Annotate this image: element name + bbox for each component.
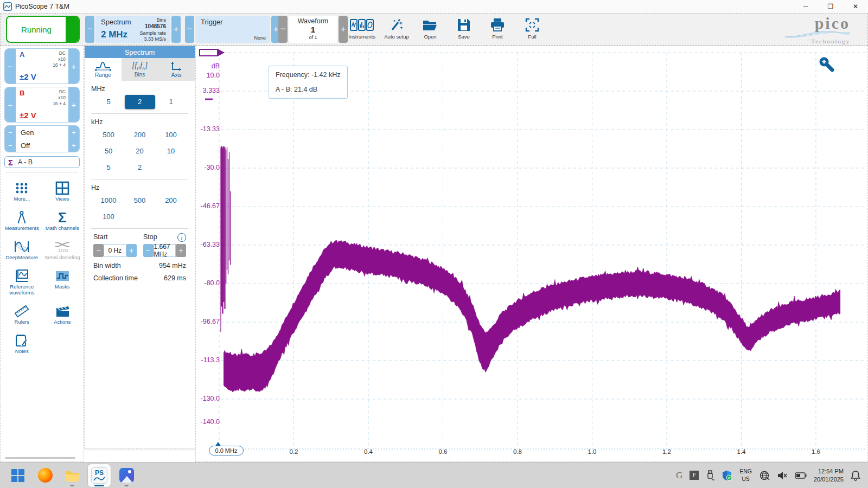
auto-setup-button[interactable]: Auto setup bbox=[380, 17, 413, 43]
language-switcher[interactable]: ENG US bbox=[739, 468, 752, 482]
picoscope-taskbar-icon[interactable]: PS bbox=[88, 464, 111, 487]
channel-b-info[interactable]: B DC x10 16 + 4 ±2 V bbox=[16, 87, 68, 122]
close-button[interactable]: ✕ bbox=[843, 0, 868, 13]
network-globe-icon[interactable] bbox=[759, 470, 770, 481]
generator-decrease-button[interactable]: − bbox=[5, 126, 16, 139]
range-2khz-button[interactable]: 2 bbox=[125, 160, 155, 175]
stop-frequency-field[interactable]: 1.667 MHz bbox=[154, 244, 176, 257]
volume-muted-icon[interactable] bbox=[777, 471, 788, 480]
x-axis-origin-label[interactable]: 0.0 MHz bbox=[209, 446, 244, 455]
range-5mhz-button[interactable]: 5 bbox=[93, 95, 124, 109]
photos-taskbar-icon[interactable] bbox=[115, 464, 138, 487]
generator-row[interactable]: − Gen + bbox=[5, 126, 79, 139]
channel-a-info[interactable]: A DC x10 16 + 4 ±2 V bbox=[16, 49, 68, 84]
print-button[interactable]: Print bbox=[481, 17, 514, 43]
zoom-magnifier-icon[interactable] bbox=[818, 56, 835, 73]
range-100hz-button[interactable]: 100 bbox=[93, 210, 124, 224]
start-frequency-field[interactable]: 0 Hz bbox=[104, 244, 126, 257]
firefox-taskbar-icon[interactable] bbox=[34, 464, 56, 487]
range-10khz-button[interactable]: 10 bbox=[156, 144, 186, 158]
restore-button[interactable]: ❐ bbox=[818, 0, 843, 13]
usb-tray-icon[interactable] bbox=[706, 470, 714, 481]
tab-bins[interactable]: [fl,fh] Bins bbox=[122, 58, 158, 81]
full-screen-button[interactable]: Full bbox=[516, 17, 548, 43]
info-icon[interactable]: i bbox=[177, 233, 186, 242]
trigger-panel[interactable]: Trigger None bbox=[195, 16, 270, 43]
spectrum-range-increase-button[interactable]: + bbox=[171, 16, 181, 43]
range-1000hz-button[interactable]: 1000 bbox=[93, 194, 124, 208]
range-50khz-button[interactable]: 50 bbox=[93, 144, 124, 158]
tab-range[interactable]: Range bbox=[85, 58, 122, 81]
running-indicator[interactable] bbox=[66, 17, 79, 42]
channel-b-increase-button[interactable]: + bbox=[68, 87, 79, 122]
range-500hz-button[interactable]: 500 bbox=[125, 194, 155, 208]
range-200hz-button[interactable]: 200 bbox=[156, 194, 186, 208]
notification-bell-icon[interactable] bbox=[851, 470, 860, 481]
range-100khz-button[interactable]: 100 bbox=[156, 128, 186, 142]
tab-axis[interactable]: Axis bbox=[158, 58, 195, 81]
instruments-button[interactable]: Instruments bbox=[346, 17, 378, 43]
range-200khz-button[interactable]: 200 bbox=[125, 128, 155, 142]
channel-a-decrease-button[interactable]: − bbox=[5, 49, 16, 84]
range-1mhz-button[interactable]: 1 bbox=[156, 95, 186, 109]
reference-waveforms-button[interactable]: Reference waveforms bbox=[2, 268, 42, 296]
more-button[interactable]: More... bbox=[2, 180, 42, 202]
taskbar-clock[interactable]: 12:54 PM 20/01/2025 bbox=[814, 467, 844, 484]
stop-increase-button[interactable]: + bbox=[176, 244, 186, 257]
measurements-button[interactable]: Measurements bbox=[2, 209, 42, 232]
spectrum-toolbar-group: − Spectrum 2 MHz Bins 1048576 Sample rat… bbox=[85, 16, 181, 43]
rulers-button[interactable]: Rulers bbox=[2, 303, 42, 325]
generator-state-decrease-button[interactable]: − bbox=[5, 139, 16, 152]
generator-state: Off bbox=[16, 139, 68, 152]
windows-security-tray-icon[interactable] bbox=[722, 470, 732, 481]
views-button[interactable]: Views bbox=[42, 180, 83, 202]
tray-icon-g[interactable]: G bbox=[676, 470, 682, 481]
file-explorer-taskbar-icon[interactable] bbox=[61, 464, 84, 487]
minimize-button[interactable]: ─ bbox=[793, 0, 818, 13]
generator-state-increase-button[interactable]: + bbox=[68, 139, 79, 152]
tray-icon-f[interactable]: F bbox=[690, 471, 699, 480]
views-grid-icon bbox=[55, 180, 69, 196]
channel-a-increase-button[interactable]: + bbox=[68, 49, 79, 84]
window-title: PicoScope 7 T&M bbox=[15, 3, 69, 10]
deepmeasure-button[interactable]: DeepMeasure bbox=[2, 239, 42, 261]
math-channels-button[interactable]: Σ Math channels bbox=[42, 209, 83, 232]
save-button[interactable]: Save bbox=[448, 17, 480, 43]
trigger-decrease-button[interactable]: − bbox=[185, 16, 194, 43]
range-5khz-button[interactable]: 5 bbox=[93, 160, 124, 175]
running-button[interactable]: Running bbox=[6, 16, 80, 43]
range-20khz-button[interactable]: 20 bbox=[125, 144, 155, 158]
range-500khz-button[interactable]: 500 bbox=[93, 128, 124, 142]
open-button[interactable]: Open bbox=[414, 17, 446, 43]
start-increase-button[interactable]: + bbox=[126, 244, 137, 257]
actions-button[interactable]: Actions bbox=[42, 303, 83, 325]
date-text: 20/01/2025 bbox=[814, 476, 844, 484]
clapperboard-icon bbox=[55, 303, 70, 319]
spectrum-plot[interactable] bbox=[196, 46, 868, 463]
masks-button[interactable]: Masks bbox=[42, 268, 83, 296]
y-axis-handle-icon[interactable] bbox=[199, 48, 225, 57]
generator-increase-button[interactable]: + bbox=[68, 126, 79, 139]
spectrum-group-label: Spectrum bbox=[101, 18, 131, 26]
notes-button[interactable]: Notes bbox=[2, 332, 42, 355]
spectrum-range-decrease-button[interactable]: − bbox=[85, 16, 94, 43]
spectrum-panel-title: Spectrum bbox=[85, 46, 195, 58]
x-axis-tick-label: 1.2 bbox=[655, 448, 679, 455]
channel-a-panel[interactable]: − A DC x10 16 + 4 ±2 V + bbox=[4, 48, 80, 84]
spectrum-chart[interactable]: dB Frequency: -1.42 kHz A - B: 21.4 dB 0… bbox=[195, 46, 868, 462]
channel-b-meta: DC x10 16 + 4 bbox=[53, 89, 66, 107]
math-channel-a-minus-b[interactable]: Σ A - B bbox=[4, 156, 80, 168]
sidebar-scrollbar[interactable] bbox=[5, 457, 75, 459]
battery-icon[interactable] bbox=[795, 472, 807, 479]
save-icon bbox=[457, 17, 471, 33]
channel-b-decrease-button[interactable]: − bbox=[5, 87, 16, 122]
channel-b-panel[interactable]: − B DC x10 16 + 4 ±2 V + bbox=[4, 87, 80, 123]
range-2mhz-button-selected[interactable]: 2 bbox=[125, 95, 155, 109]
sigma-icon: Σ bbox=[8, 158, 13, 167]
start-button[interactable] bbox=[7, 464, 29, 487]
waveform-previous-button[interactable]: − bbox=[278, 16, 288, 43]
spectrum-range-panel[interactable]: Spectrum 2 MHz Bins 1048576 Sample rate … bbox=[95, 16, 170, 43]
stop-decrease-button[interactable]: − bbox=[143, 244, 154, 257]
generator-state-row[interactable]: − Off + bbox=[5, 139, 79, 152]
start-decrease-button[interactable]: − bbox=[93, 244, 104, 257]
